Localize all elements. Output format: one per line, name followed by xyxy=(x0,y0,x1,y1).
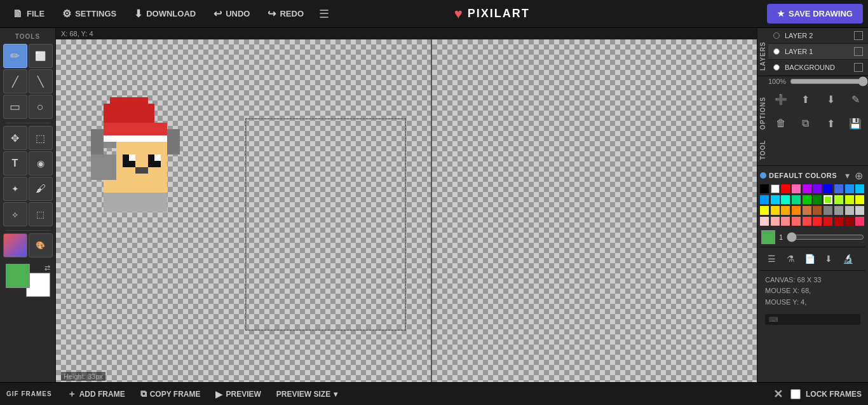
add-layer-button[interactable]: ➕ xyxy=(771,89,791,109)
expand-palette-icon[interactable]: ▾ xyxy=(845,170,850,181)
save-layer-button[interactable]: 💾 xyxy=(845,113,865,134)
color-skyblue2[interactable] xyxy=(771,195,780,204)
delete-layer-button[interactable]: 🗑 xyxy=(771,113,791,134)
opacity-slider[interactable] xyxy=(790,76,868,86)
add-frame-button[interactable]: ＋ ADD FRAME xyxy=(61,386,132,402)
color-mistyrose[interactable] xyxy=(760,217,769,226)
color-orange[interactable] xyxy=(781,206,790,215)
color-mint[interactable] xyxy=(792,195,801,204)
color-red[interactable] xyxy=(781,184,790,193)
download-button[interactable]: ⬇ DOWNLOAD xyxy=(126,4,203,24)
add-palette-icon[interactable]: ⊕ xyxy=(855,170,863,182)
foreground-color-swatch[interactable] xyxy=(6,264,30,288)
color-yellow[interactable] xyxy=(760,206,769,215)
redo-button[interactable]: ↪ REDO xyxy=(260,4,311,24)
copy-frame-button[interactable]: ⧉ COPY FRAME xyxy=(134,386,207,402)
preview-size-button[interactable]: PREVIEW SIZE ▾ xyxy=(270,387,344,401)
color-darkorange[interactable] xyxy=(792,206,801,215)
color-cyan2[interactable] xyxy=(781,195,790,204)
color-blue[interactable] xyxy=(824,184,832,193)
color-rose[interactable] xyxy=(855,217,864,226)
color-darkred[interactable] xyxy=(834,217,843,226)
color-row-3 xyxy=(760,206,865,215)
download-colors-icon[interactable]: ⬇ xyxy=(820,250,837,268)
color-firebrick[interactable] xyxy=(824,217,832,226)
smudge-tool[interactable]: 🖌 xyxy=(29,177,53,201)
gif-frames-label: GIF FRAMES xyxy=(6,390,58,397)
text-tool[interactable]: T xyxy=(3,151,27,175)
edit-layer-button[interactable]: ✎ xyxy=(845,89,865,109)
layers-icon[interactable]: ☰ xyxy=(763,250,780,268)
duplicate-layer-button[interactable]: ⧉ xyxy=(796,113,816,134)
color-lightgray[interactable] xyxy=(855,206,864,215)
color-peru[interactable] xyxy=(803,206,811,215)
gradient-tool[interactable]: G xyxy=(3,233,27,257)
color-gold[interactable] xyxy=(771,206,780,215)
color-violet[interactable] xyxy=(813,184,822,193)
selection-tool[interactable]: ⬚ xyxy=(29,126,53,150)
color-electric-yellow[interactable] xyxy=(855,195,864,204)
hamburger-icon[interactable]: ☰ xyxy=(314,2,334,26)
color-lightsalmon[interactable] xyxy=(792,217,801,226)
layer-2-options-square[interactable] xyxy=(854,31,863,40)
circle-tool[interactable]: ○ xyxy=(29,95,53,119)
color-royalblue[interactable] xyxy=(834,184,843,193)
color-gray[interactable] xyxy=(824,206,832,215)
save-drawing-button[interactable]: ★ SAVE DRAWING xyxy=(767,4,863,24)
swap-colors-icon[interactable]: ⇄ xyxy=(44,264,50,272)
layer-2-item[interactable]: LAYER 2 xyxy=(768,28,868,44)
stroke-tool[interactable]: ╲ xyxy=(29,69,53,93)
spray-tool[interactable]: ✦ xyxy=(3,177,27,201)
dots-tool[interactable]: ⬚ xyxy=(29,202,53,226)
background-layer-item[interactable]: BACKGROUND xyxy=(768,60,868,76)
color-cornblue[interactable] xyxy=(760,195,769,204)
color-tomato[interactable] xyxy=(803,217,811,226)
tool-divider-1 xyxy=(6,123,50,123)
color-white[interactable] xyxy=(771,184,780,193)
color-purple[interactable] xyxy=(803,184,811,193)
color-silver[interactable] xyxy=(845,206,854,215)
file-button[interactable]: 🗎 FILE xyxy=(5,4,52,24)
palette-tool[interactable]: 🎨 xyxy=(29,233,53,257)
color-crimson[interactable] xyxy=(813,217,822,226)
export-layer-button[interactable]: ⬆ xyxy=(820,113,841,134)
color-darkgreen[interactable] xyxy=(813,195,822,204)
layer-1-options-square[interactable] xyxy=(854,47,863,56)
settings-button[interactable]: ⚙ SETTINGS xyxy=(55,4,124,24)
document-icon[interactable]: 📄 xyxy=(801,250,818,268)
pencil-tool[interactable]: ✏ xyxy=(3,44,27,68)
color-sienna[interactable] xyxy=(813,206,822,215)
color-black[interactable] xyxy=(760,184,769,193)
eyedropper-icon[interactable]: 🔬 xyxy=(839,250,857,268)
color-lime-active[interactable] xyxy=(824,195,832,204)
preview-button[interactable]: ▶ PREVIEW xyxy=(209,387,267,402)
color-gray2[interactable] xyxy=(834,206,843,215)
wand-tool[interactable]: ⟡ xyxy=(3,202,27,226)
color-deepskyblue[interactable] xyxy=(855,184,864,193)
move-layer-down-button[interactable]: ⬇ xyxy=(820,89,841,109)
close-bottom-icon[interactable]: ✕ xyxy=(771,387,785,401)
sprite-canvas[interactable] xyxy=(91,91,231,231)
color-lightpink[interactable] xyxy=(771,217,780,226)
color-salmon[interactable] xyxy=(781,217,790,226)
active-color-box[interactable] xyxy=(761,230,775,244)
flask-icon[interactable]: ⚗ xyxy=(782,250,799,268)
lock-frames-checkbox[interactable] xyxy=(790,389,801,399)
canvas-wrapper[interactable]: Height: 33px xyxy=(56,39,757,382)
eraser-tool[interactable]: ⬜ xyxy=(29,44,53,68)
color-hotpink[interactable] xyxy=(792,184,801,193)
color-dodgerblue[interactable] xyxy=(845,184,854,193)
color-maroon[interactable] xyxy=(845,217,854,226)
color-yellow-green[interactable] xyxy=(845,195,854,204)
move-layer-up-button[interactable]: ⬆ xyxy=(796,89,816,109)
line-tool[interactable]: ╱ xyxy=(3,69,27,93)
rectangle-tool[interactable]: ▭ xyxy=(3,95,27,119)
move-tool[interactable]: ✥ xyxy=(3,126,27,150)
color-green[interactable] xyxy=(803,195,811,204)
dither-tool[interactable]: ◉ xyxy=(29,151,53,175)
undo-button[interactable]: ↩ UNDO xyxy=(206,4,257,24)
color-lime2[interactable] xyxy=(834,195,843,204)
color-size-slider[interactable] xyxy=(787,232,864,242)
layer-1-item[interactable]: LAYER 1 xyxy=(768,44,868,60)
background-options-square[interactable] xyxy=(854,63,863,72)
